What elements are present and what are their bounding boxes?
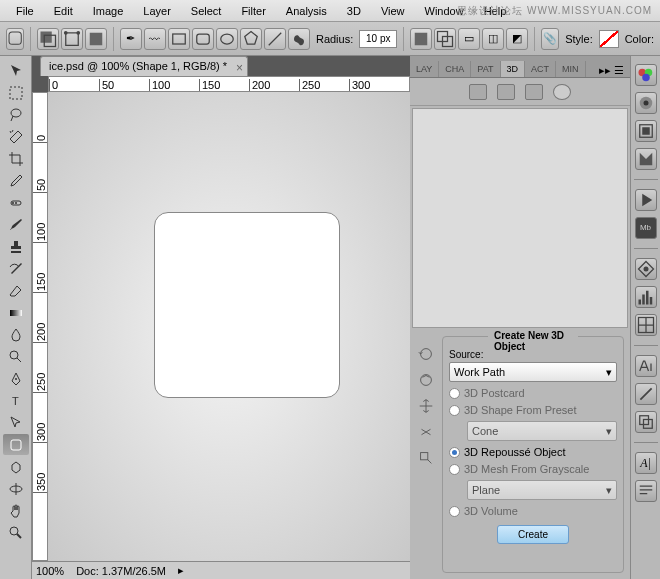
- dock-nav-icon[interactable]: [635, 258, 657, 280]
- scene-filter-icon[interactable]: [469, 84, 487, 100]
- dock-mb-icon[interactable]: Mb: [635, 217, 657, 239]
- line-icon[interactable]: [264, 28, 286, 50]
- 3d-rotate-tool[interactable]: [3, 456, 29, 477]
- dock-styles-icon[interactable]: [635, 120, 657, 142]
- new-shape-icon[interactable]: [410, 28, 432, 50]
- svg-point-8: [221, 34, 234, 44]
- tab-paths[interactable]: PAT: [471, 61, 500, 77]
- dock-play-icon[interactable]: [635, 189, 657, 211]
- close-tab-icon[interactable]: ×: [236, 59, 243, 77]
- gradient-tool[interactable]: [3, 302, 29, 323]
- polygon-icon[interactable]: [240, 28, 262, 50]
- add-shape-icon[interactable]: [434, 28, 456, 50]
- menu-layer[interactable]: Layer: [133, 0, 181, 22]
- shape-tool-icon[interactable]: [6, 28, 24, 50]
- ellipse-icon[interactable]: [216, 28, 238, 50]
- style-swatch[interactable]: [599, 30, 619, 48]
- move-tool[interactable]: [3, 60, 29, 81]
- history-brush-tool[interactable]: [3, 258, 29, 279]
- 3d-scene-list[interactable]: [412, 108, 628, 328]
- tab-actions[interactable]: ACT: [525, 61, 556, 77]
- tab-mini[interactable]: MIN: [556, 61, 586, 77]
- source-select[interactable]: Work Path▾: [449, 362, 617, 382]
- paths-icon[interactable]: [61, 28, 83, 50]
- radio-repousse[interactable]: 3D Repoussé Object: [449, 446, 617, 458]
- menu-filter[interactable]: Filter: [231, 0, 275, 22]
- dock-info-icon[interactable]: [635, 314, 657, 336]
- lasso-tool[interactable]: [3, 104, 29, 125]
- fill-pixels-icon[interactable]: [85, 28, 107, 50]
- radio-repousse-input[interactable]: [449, 447, 460, 458]
- menu-select[interactable]: Select: [181, 0, 232, 22]
- rounded-rect-icon[interactable]: [192, 28, 214, 50]
- svg-point-19: [15, 378, 17, 380]
- dodge-tool[interactable]: [3, 346, 29, 367]
- type-tool[interactable]: T: [3, 390, 29, 411]
- pen-tool[interactable]: [3, 368, 29, 389]
- svg-line-9: [269, 32, 282, 45]
- dock-swatches-icon[interactable]: [635, 92, 657, 114]
- svg-rect-13: [10, 87, 22, 99]
- radius-input[interactable]: [359, 30, 397, 48]
- align-edges-icon[interactable]: 📎: [541, 28, 559, 50]
- zoom-level[interactable]: 100%: [36, 565, 64, 577]
- subtract-shape-icon[interactable]: ▭: [458, 28, 480, 50]
- tab-3d[interactable]: 3D: [501, 61, 526, 77]
- crop-tool[interactable]: [3, 148, 29, 169]
- pen-icon[interactable]: ✒: [120, 28, 142, 50]
- intersect-shape-icon[interactable]: ◫: [482, 28, 504, 50]
- mesh-filter-icon[interactable]: [497, 84, 515, 100]
- light-filter-icon[interactable]: [553, 84, 571, 100]
- status-arrow-icon[interactable]: ▸: [178, 564, 184, 577]
- menu-3d[interactable]: 3D: [337, 0, 371, 22]
- dock-char-icon[interactable]: [635, 355, 657, 377]
- chevron-down-icon: ▾: [606, 425, 612, 438]
- pan-icon[interactable]: [416, 396, 436, 416]
- tab-layers[interactable]: LAY: [410, 61, 439, 77]
- scale-icon[interactable]: [416, 448, 436, 468]
- roll-icon[interactable]: [416, 370, 436, 390]
- menu-edit[interactable]: Edit: [44, 0, 83, 22]
- hand-tool[interactable]: [3, 500, 29, 521]
- slide-icon[interactable]: [416, 422, 436, 442]
- toolbox: T: [0, 56, 32, 579]
- dock-adjustments-icon[interactable]: [635, 148, 657, 170]
- dock-color-icon[interactable]: [635, 64, 657, 86]
- brush-tool[interactable]: [3, 214, 29, 235]
- tab-channels[interactable]: CHA: [439, 61, 471, 77]
- canvas[interactable]: [48, 92, 410, 561]
- eyedropper-tool[interactable]: [3, 170, 29, 191]
- path-select-tool[interactable]: [3, 412, 29, 433]
- document-tab[interactable]: ice.psd @ 100% (Shape 1, RGB/8) * ×: [40, 56, 248, 76]
- rotate-icon[interactable]: [416, 344, 436, 364]
- blur-tool[interactable]: [3, 324, 29, 345]
- shape-tool[interactable]: [3, 434, 29, 455]
- freeform-pen-icon[interactable]: 〰: [144, 28, 166, 50]
- create-button[interactable]: Create: [497, 525, 569, 544]
- color-label: Color:: [625, 33, 654, 45]
- eraser-tool[interactable]: [3, 280, 29, 301]
- dock-brush-icon[interactable]: [635, 383, 657, 405]
- svg-text:T: T: [12, 395, 19, 407]
- dock-paragraph-icon[interactable]: [635, 480, 657, 502]
- rect-icon[interactable]: [168, 28, 190, 50]
- exclude-shape-icon[interactable]: ◩: [506, 28, 528, 50]
- panel-menu-icon[interactable]: ▸▸ ☰: [593, 64, 630, 77]
- marquee-tool[interactable]: [3, 82, 29, 103]
- wand-tool[interactable]: [3, 126, 29, 147]
- dock-clone-icon[interactable]: [635, 411, 657, 433]
- menu-analysis[interactable]: Analysis: [276, 0, 337, 22]
- healing-tool[interactable]: [3, 192, 29, 213]
- custom-shape-icon[interactable]: [288, 28, 310, 50]
- dock-type-icon[interactable]: A|: [635, 452, 657, 474]
- rounded-rect-shape[interactable]: [154, 212, 340, 398]
- menu-file[interactable]: File: [6, 0, 44, 22]
- 3d-camera-tool[interactable]: [3, 478, 29, 499]
- material-filter-icon[interactable]: [525, 84, 543, 100]
- dock-histogram-icon[interactable]: [635, 286, 657, 308]
- shape-layers-icon[interactable]: [37, 28, 59, 50]
- zoom-tool[interactable]: [3, 522, 29, 543]
- stamp-tool[interactable]: [3, 236, 29, 257]
- menu-image[interactable]: Image: [83, 0, 134, 22]
- menu-view[interactable]: View: [371, 0, 415, 22]
